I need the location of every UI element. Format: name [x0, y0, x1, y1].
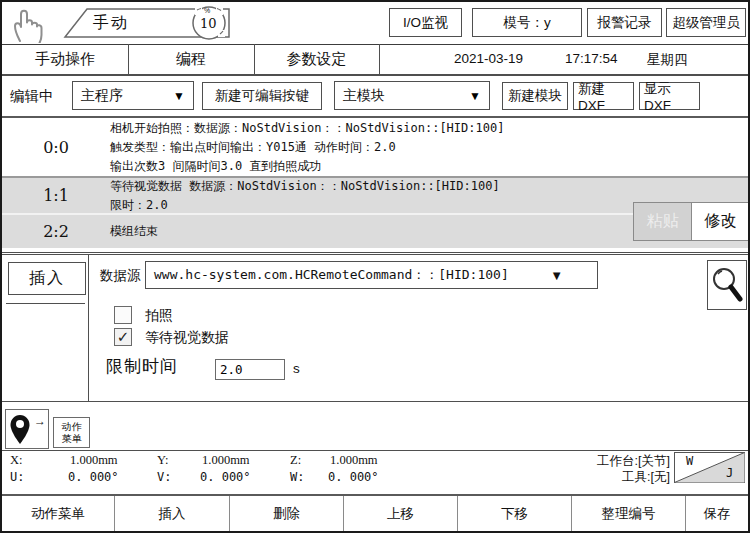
new-editable-key-button[interactable]: 新建可编辑按键	[202, 82, 322, 110]
tab-manual-operation[interactable]: 手动操作	[2, 44, 129, 74]
axis-w-label: W:	[290, 470, 304, 484]
chevron-down-icon: ▼	[173, 89, 185, 103]
speed-percent-sign: %	[204, 7, 210, 14]
arrow-right-icon: →	[34, 414, 46, 428]
checkbox-check-icon: ✓	[117, 328, 130, 346]
fkey-move-up[interactable]: 上移	[344, 496, 458, 531]
status-weekday: 星期四	[647, 51, 688, 69]
program-select[interactable]: 主程序 ▼	[72, 81, 194, 110]
axis-x-value: 1.000mm	[70, 453, 118, 468]
magnifier-icon	[710, 263, 744, 307]
axis-u-label: U:	[10, 470, 24, 484]
edit-toolbar: 编辑中 主程序 ▼ 新建可编辑按键 主模块 ▼ 新建模块 新建DXF 显示DXF	[2, 76, 748, 118]
coordinate-mode-toggle[interactable]: W J	[674, 452, 745, 483]
search-magnifier-button[interactable]	[707, 260, 747, 310]
location-pin-icon	[8, 413, 34, 447]
tab-programming[interactable]: 编程	[128, 44, 255, 74]
command-editor-panel: 插入 数据源 www.hc-system.com.HCRemoteCommand…	[2, 254, 748, 402]
time-limit-input[interactable]	[215, 359, 285, 380]
hand-cursor-icon	[10, 5, 48, 43]
fkey-insert[interactable]: 插入	[115, 496, 230, 531]
datasource-select[interactable]: www.hc-system.com.HCRemoteCommand：：[HID:…	[145, 261, 598, 289]
program-line: 等待视觉数据 数据源：NoStdVision：：NoStdVision::[HI…	[110, 178, 748, 195]
motion-row: → 动作 菜单	[2, 401, 748, 451]
axis-w-value: 0. 000°	[328, 470, 379, 484]
mode-label: 手动	[93, 13, 129, 34]
insert-mode-button[interactable]: 插入	[8, 262, 86, 295]
axis-y-label: Y:	[157, 453, 168, 468]
function-key-row: 动作菜单 插入 删除 上移 下移 整理编号 保存	[2, 494, 748, 531]
alarm-log-button[interactable]: 报警记录	[587, 8, 662, 37]
move-to-point-button[interactable]: →	[5, 409, 49, 449]
photo-label: 拍照	[145, 307, 173, 325]
worktable-frame-label: 工作台:[关节]	[482, 453, 670, 470]
speed-value: 10	[200, 16, 217, 31]
hmi-screen: 手动 % 10 I/O监视 模号：y 报警记录 超级管理员 手动操作 编程 参数…	[0, 0, 750, 533]
paste-button[interactable]: 粘贴	[634, 203, 691, 240]
module-number-button[interactable]: 模号：y	[472, 8, 582, 37]
motion-menu-line2: 菜单	[62, 433, 82, 445]
fkey-delete[interactable]: 删除	[230, 496, 344, 531]
world-mode-label: W	[686, 454, 693, 468]
motion-menu-line1: 动作	[62, 421, 82, 433]
time-limit-unit: s	[293, 361, 300, 376]
status-date: 2021-03-19	[454, 51, 523, 66]
datasource-label: 数据源	[100, 267, 141, 285]
axis-u-value: 0. 000°	[68, 470, 119, 484]
editor-divider	[88, 255, 89, 401]
chevron-down-icon: ▼	[550, 268, 563, 283]
modify-button[interactable]: 修改	[691, 203, 749, 240]
axis-v-value: 0. 000°	[200, 470, 251, 484]
fkey-move-down[interactable]: 下移	[458, 496, 572, 531]
fkey-renumber[interactable]: 整理编号	[572, 496, 686, 531]
program-row-text: 相机开始拍照：数据源：NoStdVision：：NoStdVision::[HI…	[110, 118, 748, 176]
position-panel: X: 1.000mm Y: 1.000mm Z: 1.000mm U: 0. 0…	[2, 450, 748, 495]
new-module-button[interactable]: 新建模块	[502, 82, 568, 110]
axis-y-value: 1.000mm	[202, 453, 250, 468]
editing-status-label: 编辑中	[10, 87, 54, 106]
program-line: 触发类型：输出点时间输出：Y015通 动作时间：2.0	[110, 139, 748, 156]
module-select-value: 主模块	[343, 87, 385, 105]
admin-level-button[interactable]: 超级管理员	[666, 8, 746, 37]
tab-row: 手动操作 编程 参数设定 2021-03-19 17:17:54 星期四	[2, 44, 748, 76]
program-row-index: 1:1	[2, 178, 110, 213]
fkey-motion-menu[interactable]: 动作菜单	[2, 496, 115, 531]
show-dxf-button[interactable]: 显示DXF	[639, 82, 700, 110]
mode-banner[interactable]: 手动 % 10	[57, 2, 237, 44]
program-line: 输出次数3 间隔时间3.0 直到拍照成功	[110, 158, 748, 175]
fkey-save[interactable]: 保存	[686, 496, 748, 531]
program-select-value: 主程序	[81, 87, 123, 105]
tool-frame-label: 工具:[无]	[482, 469, 670, 486]
wait-vision-checkbox[interactable]: ✓	[114, 328, 132, 346]
joint-mode-label: J	[726, 466, 733, 480]
list-action-buttons: 粘贴 修改	[633, 202, 750, 241]
wait-vision-label: 等待视觉数据	[145, 329, 229, 347]
tab-parameter-settings[interactable]: 参数设定	[254, 44, 380, 74]
axis-z-value: 1.000mm	[330, 453, 378, 468]
program-row-index: 0:0	[2, 118, 110, 176]
program-row[interactable]: 0:0 相机开始拍照：数据源：NoStdVision：：NoStdVision:…	[2, 118, 748, 178]
time-limit-label: 限制时间	[106, 355, 178, 378]
axis-z-label: Z:	[290, 453, 301, 468]
insert-separator	[6, 303, 85, 304]
program-line: 相机开始拍照：数据源：NoStdVision：：NoStdVision::[HI…	[110, 120, 748, 137]
top-bar: 手动 % 10 I/O监视 模号：y 报警记录 超级管理员	[2, 2, 748, 45]
new-dxf-button[interactable]: 新建DXF	[573, 82, 634, 110]
program-row-index: 2:2	[2, 215, 110, 248]
io-monitor-button[interactable]: I/O监视	[389, 8, 462, 37]
axis-v-label: V:	[157, 470, 171, 484]
photo-checkbox[interactable]	[114, 306, 132, 324]
status-time: 17:17:54	[565, 51, 618, 66]
datasource-value: www.hc-system.com.HCRemoteCommand：：[HID:…	[154, 266, 509, 284]
axis-x-label: X:	[10, 453, 23, 468]
module-select[interactable]: 主模块 ▼	[334, 81, 490, 110]
chevron-down-icon: ▼	[469, 89, 481, 103]
motion-menu-mini-button[interactable]: 动作 菜单	[53, 417, 90, 448]
